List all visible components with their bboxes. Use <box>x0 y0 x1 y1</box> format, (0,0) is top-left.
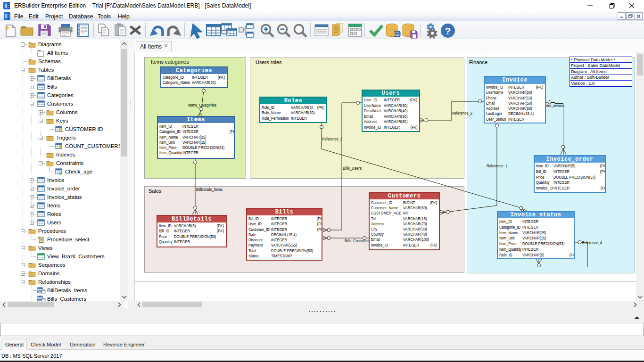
svg-text:?: ? <box>445 25 451 36</box>
